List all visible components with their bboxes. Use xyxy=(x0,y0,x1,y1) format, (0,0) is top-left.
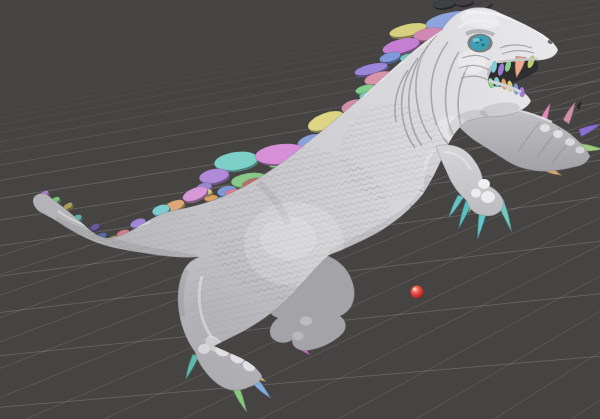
eye-highlight xyxy=(473,38,480,42)
pivot-point-indicator[interactable] xyxy=(411,286,424,299)
pivot-highlight xyxy=(413,288,417,292)
hand-knuckle xyxy=(481,191,495,203)
viewport-3d[interactable] xyxy=(0,0,600,419)
viewport-canvas[interactable] xyxy=(0,0,600,419)
wrist-knuckle xyxy=(478,179,490,189)
